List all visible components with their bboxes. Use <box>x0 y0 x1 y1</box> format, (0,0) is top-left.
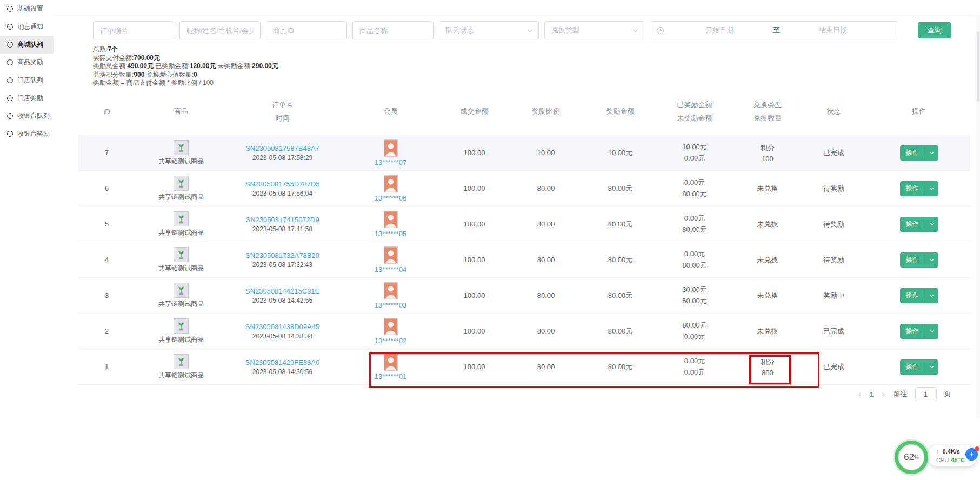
action-button[interactable]: 操作 <box>900 181 938 196</box>
table-row-2: 2共享链测试商品SN2305081438D09A452023-05-08 14:… <box>78 314 970 349</box>
sidebar-item-5[interactable]: 门店奖励 <box>0 89 54 107</box>
member-avatar[interactable] <box>384 318 398 335</box>
action-button-label[interactable]: 操作 <box>900 288 925 303</box>
cell-id: 1 <box>78 363 135 371</box>
ratio-value: 80.00 <box>537 327 555 335</box>
column-header-label: 奖励比例 <box>532 106 560 116</box>
sidebar-item-label: 收银台奖励 <box>17 129 50 138</box>
cell-actions: 操作 <box>868 252 970 268</box>
amount-value: 100.00 <box>464 256 485 264</box>
order-no-link[interactable]: SN2305081429FE38A0 <box>245 358 319 366</box>
order-no-link[interactable]: SN23050817587B48A7 <box>245 144 319 152</box>
amount-value: 100.00 <box>464 291 485 299</box>
action-dropdown-icon[interactable] <box>925 252 938 268</box>
member-avatar[interactable] <box>384 211 398 228</box>
sidebar-item-2[interactable]: 商城队列 <box>0 36 54 54</box>
product-id-input[interactable] <box>266 21 347 39</box>
member-link[interactable]: 13******04 <box>375 265 406 274</box>
action-button[interactable]: 操作 <box>900 324 938 339</box>
exchange-type-select[interactable]: 兑换类型 <box>544 21 644 39</box>
sidebar-item-7[interactable]: 收银台奖励 <box>0 125 54 143</box>
member-avatar[interactable] <box>384 139 398 157</box>
unrewarded-value: 80.00元 <box>682 261 707 270</box>
action-button-label[interactable]: 操作 <box>900 181 925 196</box>
end-date-placeholder[interactable]: 结束日期 <box>792 25 874 35</box>
cell-ratio: 10.00 <box>505 149 586 157</box>
action-button[interactable]: 操作 <box>900 252 938 268</box>
action-dropdown-icon[interactable] <box>925 145 938 161</box>
start-date-placeholder[interactable]: 开始日期 <box>679 25 760 35</box>
sidebar-item-3[interactable]: 商品奖励 <box>0 54 54 71</box>
action-button[interactable]: 操作 <box>900 217 938 232</box>
action-button-label[interactable]: 操作 <box>900 359 925 375</box>
order-no-link[interactable]: SN2305081755D787D5 <box>245 180 319 188</box>
scrollbar-thumb[interactable] <box>977 31 979 102</box>
exchange-line: 未兑换 <box>757 291 778 301</box>
ratio-value: 80.00 <box>537 363 555 371</box>
action-dropdown-icon[interactable] <box>925 181 938 196</box>
cell-product: 共享链测试商品 <box>135 247 227 273</box>
date-range-picker[interactable]: 开始日期 至 结束日期 <box>650 21 898 39</box>
product-name: 共享链测试商品 <box>158 228 204 237</box>
action-dropdown-icon[interactable] <box>925 324 938 339</box>
status-text: 已完成 <box>823 148 844 158</box>
order-no-link[interactable]: SN23050817415072D9 <box>246 216 319 224</box>
order-time: 2023-05-08 17:58:29 <box>252 154 312 162</box>
sidebar-item-label: 门店队列 <box>17 76 43 85</box>
column-header-1: 商品 <box>135 106 227 116</box>
search-button[interactable]: 查询 <box>918 22 951 38</box>
member-link[interactable]: 13******05 <box>375 230 406 238</box>
queue-status-select[interactable]: 队列状态 <box>439 21 539 39</box>
next-page-icon[interactable]: › <box>881 388 886 400</box>
cell-order: SN23050817415072D92023-05-08 17:41:58 <box>227 216 338 233</box>
sidebar-item-label: 商品奖励 <box>17 58 43 67</box>
rewarded-value: 0.00元 <box>684 214 705 223</box>
member-search-input[interactable] <box>179 21 261 39</box>
action-dropdown-icon[interactable] <box>925 359 938 375</box>
order-no-link[interactable]: SN2305081438D09A45 <box>245 323 319 331</box>
page-number[interactable]: 1 <box>870 390 874 398</box>
order-no-link[interactable]: SN230508144215C91E <box>245 287 319 295</box>
sidebar-item-0[interactable]: 基础设置 <box>0 0 54 18</box>
member-avatar[interactable] <box>384 246 398 264</box>
column-header-label: 未奖励金额 <box>677 114 712 123</box>
member-link[interactable]: 13******07 <box>375 158 406 166</box>
goto-page-input[interactable] <box>915 387 937 401</box>
action-dropdown-icon[interactable] <box>925 288 938 303</box>
member-link[interactable]: 13******01 <box>375 372 406 381</box>
product-name-input[interactable] <box>352 21 434 39</box>
order-no-input[interactable] <box>93 21 174 39</box>
member-link[interactable]: 13******06 <box>375 194 406 202</box>
prev-page-icon[interactable]: ‹ <box>857 388 862 400</box>
cell-actions: 操作 <box>868 359 970 375</box>
action-button[interactable]: 操作 <box>900 359 938 375</box>
member-avatar[interactable] <box>384 282 398 299</box>
member-avatar[interactable] <box>384 354 398 371</box>
ratio-value: 80.00 <box>537 291 555 299</box>
cell-amount: 100.00 <box>443 220 505 228</box>
order-time: 2023-05-08 14:30:56 <box>252 368 312 376</box>
action-button[interactable]: 操作 <box>900 288 938 303</box>
ratio-value: 80.00 <box>537 256 555 264</box>
member-link[interactable]: 13******02 <box>375 337 406 345</box>
product-name: 共享链测试商品 <box>158 371 204 380</box>
action-button[interactable]: 操作 <box>900 145 938 161</box>
action-dropdown-icon[interactable] <box>925 217 938 232</box>
action-button-label[interactable]: 操作 <box>900 252 925 268</box>
action-button-label[interactable]: 操作 <box>900 324 925 339</box>
column-header-label: 会员 <box>384 106 398 116</box>
action-button-label[interactable]: 操作 <box>900 217 925 232</box>
table-body: 7共享链测试商品SN23050817587B48A72023-05-08 17:… <box>78 135 970 385</box>
sidebar-item-4[interactable]: 门店队列 <box>0 71 54 89</box>
order-no-link[interactable]: SN2305081732A78B20 <box>245 251 319 259</box>
cpu-usage-gauge: 62% <box>895 441 928 474</box>
sidebar-item-1[interactable]: 消息通知 <box>0 18 54 36</box>
action-button-label[interactable]: 操作 <box>900 145 925 161</box>
member-link[interactable]: 13******03 <box>375 301 406 309</box>
member-avatar[interactable] <box>384 175 398 192</box>
id-value: 2 <box>105 327 109 335</box>
cell-id: 5 <box>78 220 135 228</box>
scrollbar-track[interactable] <box>976 15 980 418</box>
sidebar-item-6[interactable]: 收银台队列 <box>0 107 54 125</box>
cell-id: 4 <box>78 256 135 264</box>
